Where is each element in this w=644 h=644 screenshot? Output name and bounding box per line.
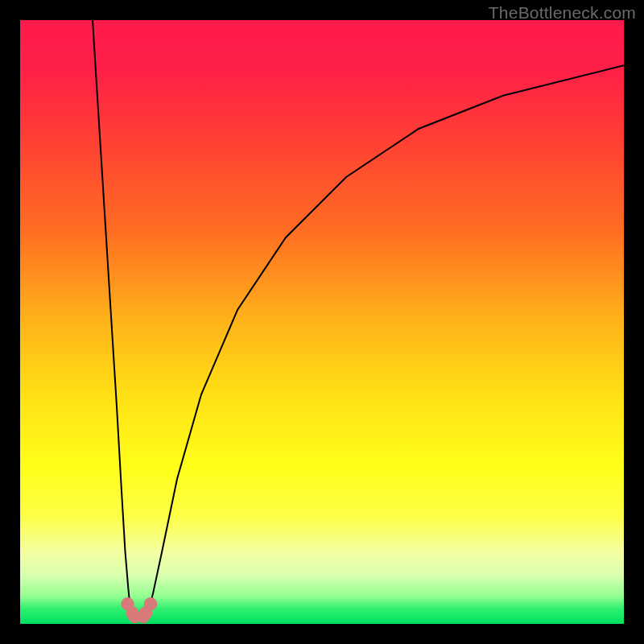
chart-frame: TheBottleneck.com [0,0,644,644]
svg-rect-0 [20,20,624,624]
background-gradient [20,20,624,624]
plot-area [20,20,624,624]
watermark-text: TheBottleneck.com [489,3,636,23]
